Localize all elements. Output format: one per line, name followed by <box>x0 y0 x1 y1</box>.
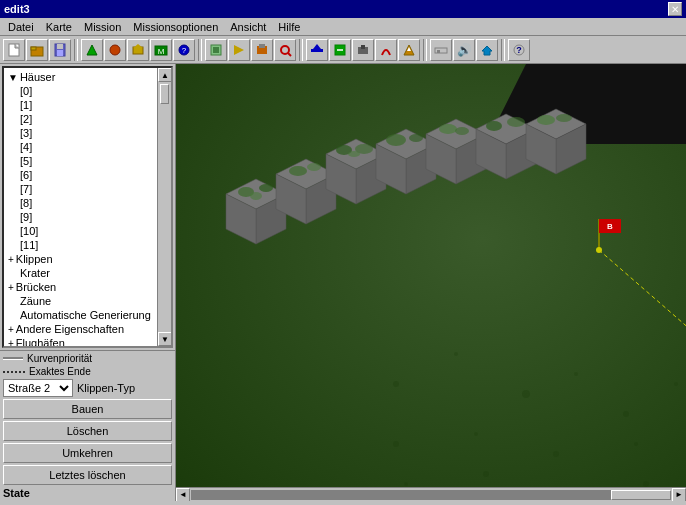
svg-point-67 <box>348 151 360 157</box>
tree-item-autogen[interactable]: Automatische Generierung <box>6 308 155 322</box>
viewport-svg: B + <box>176 64 686 501</box>
tree-item-11[interactable]: [11] <box>6 238 155 252</box>
menu-karte[interactable]: Karte <box>40 20 78 34</box>
toolbar-btn12[interactable] <box>274 39 296 61</box>
tree-view[interactable]: ▼ Häuser [0] [1] [2] [3] [4] [5] [6] [7]… <box>2 66 173 348</box>
dot5 <box>19 371 21 373</box>
h-scroll-thumb[interactable] <box>611 490 671 500</box>
svg-rect-2 <box>31 47 36 50</box>
tree-item-9[interactable]: [9] <box>6 210 155 224</box>
svg-point-82 <box>507 117 525 127</box>
svg-text:M: M <box>158 47 165 56</box>
toolbar-btn8[interactable]: ? <box>173 39 195 61</box>
title-bar: edit3 ✕ <box>0 0 686 18</box>
toolbar-save[interactable] <box>49 39 71 61</box>
tree-item-krater[interactable]: Krater <box>6 266 155 280</box>
expand-icon: ▼ <box>8 72 18 83</box>
toolbar-open[interactable] <box>26 39 48 61</box>
tree-item-7[interactable]: [7] <box>6 182 155 196</box>
h-scroll-left[interactable]: ◄ <box>176 488 190 502</box>
tree-item-10[interactable]: [10] <box>6 224 155 238</box>
path-line <box>599 250 686 404</box>
bauen-button[interactable]: Bauen <box>3 399 172 419</box>
tree-group-klippen[interactable]: + Klippen <box>6 252 155 266</box>
toolbar-sep5 <box>501 39 505 61</box>
h-scroll-track[interactable] <box>191 490 671 500</box>
toolbar-btn18[interactable] <box>430 39 452 61</box>
dot1 <box>3 371 5 373</box>
toolbar-btn6[interactable] <box>127 39 149 61</box>
loschen-button[interactable]: Löschen <box>3 421 172 441</box>
scroll-thumb[interactable] <box>160 84 169 104</box>
kurven-row: Kurvenpriorität <box>3 353 172 364</box>
toolbar-btn17[interactable] <box>398 39 420 61</box>
toolbar-btn15[interactable] <box>352 39 374 61</box>
tree-group-haeuser[interactable]: ▼ Häuser <box>6 70 155 84</box>
tree-item-5[interactable]: [5] <box>6 154 155 168</box>
toolbar-btn13[interactable] <box>306 39 328 61</box>
toolbar-btn16[interactable] <box>375 39 397 61</box>
svg-line-20 <box>288 53 291 56</box>
tree-item-6[interactable]: [6] <box>6 168 155 182</box>
toolbar-btn5[interactable] <box>104 39 126 61</box>
dot3 <box>11 371 13 373</box>
tree-item-zaune[interactable]: Zäune <box>6 294 155 308</box>
toolbar-btn19[interactable]: 🔊 <box>453 39 475 61</box>
menu-datei[interactable]: Datei <box>2 20 40 34</box>
svg-marker-6 <box>87 45 97 55</box>
svg-point-43 <box>553 451 559 457</box>
umkehren-button[interactable]: Umkehren <box>3 443 172 463</box>
toolbar-btn4[interactable] <box>81 39 103 61</box>
h-scroll-right[interactable]: ► <box>672 488 686 502</box>
svg-point-81 <box>486 121 502 131</box>
toolbar-btn10[interactable] <box>228 39 250 61</box>
svg-rect-4 <box>57 44 63 49</box>
toolbar-btn14[interactable] <box>329 39 351 61</box>
menu-bar: Datei Karte Mission Missionsoptionen Ans… <box>0 18 686 36</box>
scroll-down-btn[interactable]: ▼ <box>158 332 172 346</box>
menu-hilfe[interactable]: Hilfe <box>272 20 306 34</box>
svg-rect-21 <box>311 49 323 52</box>
menu-missionsoptionen[interactable]: Missionsoptionen <box>127 20 224 34</box>
toolbar-help[interactable]: ? <box>508 39 530 61</box>
svg-rect-30 <box>437 50 440 53</box>
kurven-label: Kurvenpriorität <box>27 353 92 364</box>
menu-mission[interactable]: Mission <box>78 20 127 34</box>
tree-item-8[interactable]: [8] <box>6 196 155 210</box>
letztes-loschen-button[interactable]: Letztes löschen <box>3 465 172 485</box>
toolbar-btn11[interactable] <box>251 39 273 61</box>
tree-item-1[interactable]: [1] <box>6 98 155 112</box>
svg-point-56 <box>250 192 262 200</box>
dot4 <box>15 371 17 373</box>
viewport[interactable]: B + ◄ ► <box>176 64 686 501</box>
tree-item-2[interactable]: [2] <box>6 112 155 126</box>
toolbar-btn7[interactable]: M <box>150 39 172 61</box>
left-panel: ▼ Häuser [0] [1] [2] [3] [4] [5] [6] [7]… <box>0 64 176 501</box>
toolbar-sep4 <box>423 39 427 61</box>
tree-group-flughafen[interactable]: + Flughäfen <box>6 336 155 348</box>
tree-item-0[interactable]: [0] <box>6 84 155 98</box>
svg-point-40 <box>674 382 678 386</box>
klippen-typ-label: Klippen-Typ <box>77 382 135 394</box>
bottom-controls: Kurvenpriorität Exaktes Ende Straße 2 <box>0 350 175 501</box>
tree-item-4[interactable]: [4] <box>6 140 155 154</box>
state-label: State <box>3 487 172 499</box>
scroll-up-btn[interactable]: ▲ <box>158 68 172 82</box>
tree-group-brucken[interactable]: + Brücken <box>6 280 155 294</box>
expand-brucken-icon: + <box>8 282 14 293</box>
tree-scrollbar[interactable]: ▲ ▼ <box>157 68 171 346</box>
toolbar-btn20[interactable] <box>476 39 498 61</box>
svg-rect-29 <box>435 48 447 53</box>
exact-dots <box>3 371 25 373</box>
h-scrollbar[interactable]: ◄ ► <box>176 487 686 501</box>
menu-ansicht[interactable]: Ansicht <box>224 20 272 34</box>
toolbar-btn9[interactable] <box>205 39 227 61</box>
svg-point-7 <box>110 45 120 55</box>
tree-group-andere[interactable]: + Andere Eigenschaften <box>6 322 155 336</box>
toolbar-sep2 <box>198 39 202 61</box>
tree-item-3[interactable]: [3] <box>6 126 155 140</box>
toolbar-new[interactable] <box>3 39 25 61</box>
close-button[interactable]: ✕ <box>668 2 682 16</box>
strasse-select[interactable]: Straße 2 Straße 1 Straße 3 <box>3 379 73 397</box>
svg-marker-22 <box>313 44 321 49</box>
